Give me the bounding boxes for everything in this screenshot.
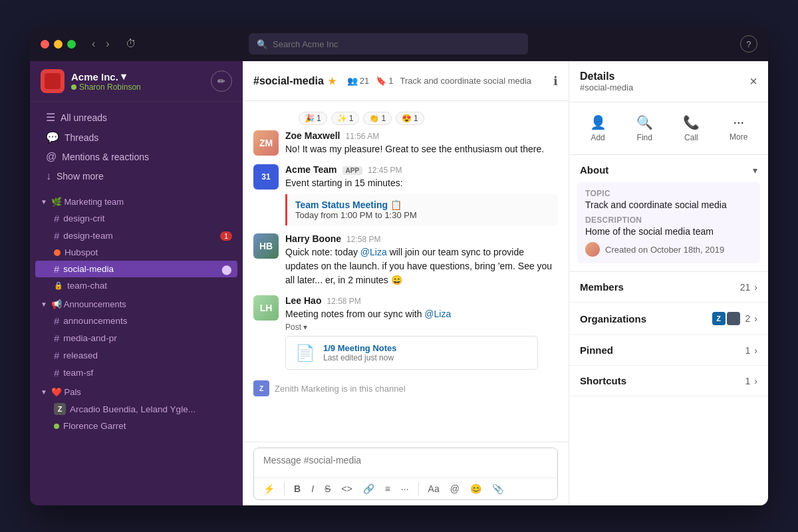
italic-button[interactable]: I [307, 481, 318, 497]
sidebar-item-threads[interactable]: 💬 Threads [35, 128, 237, 147]
avatar: 31 [253, 164, 279, 190]
list-button[interactable]: ≡ [381, 481, 394, 497]
mention[interactable]: @Liza [360, 247, 387, 257]
about-section-header[interactable]: About ▾ [569, 155, 768, 182]
event-card[interactable]: Team Status Meeting 📋 Today from 1:00 PM… [285, 194, 558, 225]
sidebar-section-pals-header[interactable]: ▼ ❤️ Pals [30, 384, 243, 400]
details-title-section: Details #social-media [580, 70, 633, 92]
workspace-logo[interactable] [41, 69, 65, 93]
workspace-name[interactable]: Acme Inc. ▾ [71, 70, 211, 82]
info-button[interactable]: ℹ [553, 74, 558, 88]
chat-meta: 👥 21 🔖 1 Track and coordinate social med… [347, 76, 531, 86]
pinned-row[interactable]: Pinned 1 › [569, 335, 768, 366]
reaction-clap[interactable]: 👏 1 [363, 112, 392, 125]
member-count[interactable]: 👥 21 [347, 76, 369, 86]
more-action[interactable]: ··· More [722, 110, 755, 146]
file-card[interactable]: 📄 1/9 Meeting Notes Last edited just now [285, 336, 538, 370]
search-bar[interactable]: 🔍 [249, 33, 528, 55]
more-formatting-button[interactable]: ··· [397, 481, 413, 497]
messages-area: 🎉 1 ✨ 1 👏 1 😍 1 ZM Zoe Maxwell 11:56 AM … [243, 101, 569, 442]
members-count-right: 21 › [740, 282, 757, 293]
pinned-right: 1 › [745, 345, 757, 356]
sidebar-item-show-more[interactable]: ↓ Show more [35, 167, 237, 186]
down-icon: ↓ [46, 170, 51, 182]
event-time: Today from 1:00 PM to 1:30 PM [295, 210, 550, 220]
workspace-header: Acme Inc. ▾ Sharon Robinson ✏ [30, 61, 243, 102]
message-header: Lee Hao 12:58 PM [285, 295, 558, 306]
channel-team-chat[interactable]: 🔒 team-chat [35, 278, 237, 293]
emoji-button[interactable]: 😊 [466, 481, 485, 497]
system-message: Z Zenith Marketing is in this channel [253, 378, 558, 402]
message-header: Zoe Maxwell 11:56 AM [285, 130, 558, 141]
code-button[interactable]: <> [337, 481, 356, 497]
hash-icon: # [54, 332, 59, 344]
mention-button[interactable]: @ [446, 481, 464, 497]
font-button[interactable]: Aa [424, 481, 444, 497]
reaction-party[interactable]: 🎉 1 [299, 112, 327, 125]
online-status-dot [71, 84, 76, 90]
reaction-sparkles[interactable]: ✨ 1 [331, 112, 360, 125]
toolbar-divider [418, 482, 419, 495]
call-action[interactable]: 📞 Call [675, 110, 708, 146]
organizations-row[interactable]: Organizations Z 2 › [569, 303, 768, 335]
sidebar-item-all-unreads[interactable]: ☰ All unreads [35, 108, 237, 127]
sidebar-section-marketing-header[interactable]: ▼ 🌿 Marketing team [30, 194, 243, 209]
close-details-button[interactable]: × [749, 74, 757, 89]
channel-released[interactable]: # released [35, 347, 237, 364]
link-button[interactable]: 🔗 [359, 481, 378, 497]
sidebar-section-announcements-header[interactable]: ▼ 📢 Announcements [30, 297, 243, 312]
bookmark-count[interactable]: 🔖 1 [376, 76, 393, 86]
dm-arcadio[interactable]: Z Arcadio Buendia, Leland Ygle... [35, 400, 237, 418]
lightning-button[interactable]: ⚡ [259, 481, 279, 497]
created-by: Created on October 18th, 2019 [585, 242, 752, 257]
maximize-button[interactable] [67, 40, 76, 49]
channel-social-media[interactable]: # social-media ⬤ [35, 261, 237, 277]
channel-hubspot[interactable]: Hubspot [35, 245, 237, 260]
app-window: ‹ › ⏱ 🔍 ? Acme Inc. ▾ [30, 27, 768, 505]
back-button[interactable]: ‹ [89, 37, 98, 51]
members-row[interactable]: Members 21 › [569, 272, 768, 303]
strikethrough-button[interactable]: S [321, 481, 334, 497]
history-button[interactable]: ⏱ [123, 37, 139, 51]
channel-design-team[interactable]: # design-team 1 [35, 227, 237, 244]
channel-design-crit[interactable]: # design-crit [35, 210, 237, 227]
collapse-arrow-icon: ▼ [41, 198, 47, 205]
message-header: Acme Team APP 12:45 PM [285, 164, 558, 175]
minimize-button[interactable] [54, 40, 63, 49]
add-action[interactable]: 👤 Add [582, 110, 614, 146]
avatar: HB [253, 233, 279, 259]
search-input[interactable] [273, 39, 520, 49]
close-button[interactable] [41, 40, 49, 49]
event-title: Team Status Meeting 📋 [295, 200, 550, 210]
star-icon[interactable]: ★ [328, 76, 336, 86]
find-action[interactable]: 🔍 Find [628, 110, 661, 146]
nav-buttons: ‹ › [89, 37, 112, 51]
message-text: Event starting in 15 minutes: [285, 176, 558, 190]
hash-icon: # [54, 263, 59, 275]
chat-header: #social-media ★ 👥 21 🔖 1 Track and coord… [243, 61, 569, 101]
attach-button[interactable]: 📎 [488, 481, 507, 497]
chevron-right-icon: › [754, 345, 757, 356]
bookmark-icon: 🔖 [376, 76, 386, 86]
hash-icon: # [54, 367, 59, 378]
help-button[interactable]: ? [740, 35, 757, 53]
sidebar-item-mentions[interactable]: @ Mentions & reactions [35, 148, 237, 166]
reaction-heart-eyes[interactable]: 😍 1 [396, 112, 424, 125]
message-author: Harry Boone [285, 233, 341, 244]
message-text: Meeting notes from our sync with @Liza [285, 307, 558, 321]
shortcuts-row[interactable]: Shortcuts 1 › [569, 366, 768, 396]
workspace-logo-inner [45, 73, 61, 89]
channel-announcements[interactable]: # announcements [35, 313, 237, 329]
compose-button[interactable]: ✏ [211, 70, 232, 92]
message-time: 12:58 PM [327, 297, 360, 306]
forward-button[interactable]: › [103, 37, 112, 51]
message-header: Harry Boone 12:58 PM [285, 233, 558, 244]
bold-button[interactable]: B [290, 481, 305, 497]
message-content: Harry Boone 12:58 PM Quick note: today @… [285, 233, 558, 287]
channel-team-sf[interactable]: # team-sf [35, 364, 237, 381]
mention[interactable]: @Liza [424, 309, 451, 319]
channel-media-and-pr[interactable]: # media-and-pr [35, 330, 237, 346]
dm-florence[interactable]: Florence Garret [35, 418, 237, 434]
dropdown-icon[interactable]: ▾ [303, 323, 307, 332]
message-input[interactable] [254, 448, 557, 475]
